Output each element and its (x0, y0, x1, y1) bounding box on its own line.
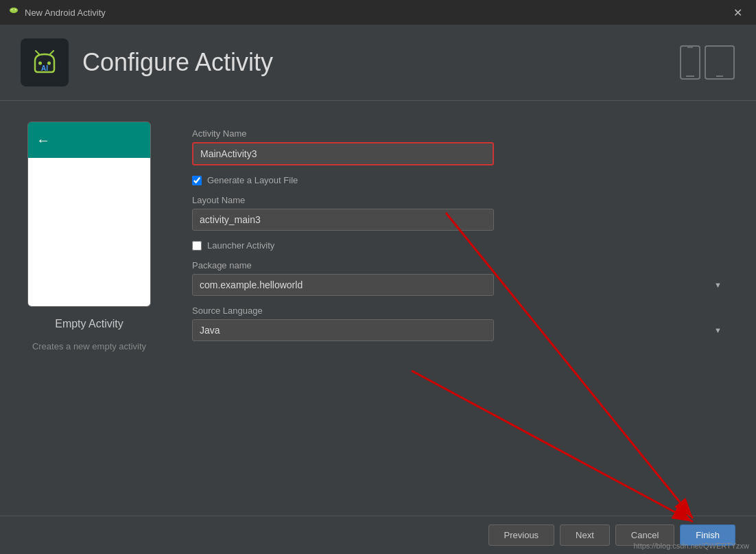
generate-layout-checkbox[interactable] (192, 176, 202, 185)
launcher-activity-checkbox[interactable] (192, 241, 202, 251)
watermark: https://blog.csdn.net/QWERTYzxw (633, 542, 749, 550)
header: AI Configure Activity (0, 25, 756, 101)
layout-name-label: Layout Name (192, 195, 729, 205)
svg-point-1 (12, 9, 13, 10)
source-language-select-wrapper: Java Kotlin (192, 319, 729, 341)
android-logo: AI (21, 38, 69, 86)
preview-area: ← Empty Activity Creates a new empty act… (27, 122, 151, 495)
launcher-activity-row: Launcher Activity (192, 240, 729, 251)
phone-mockup: ← (27, 122, 151, 307)
phone-top-bar: ← (28, 122, 150, 158)
back-arrow-icon: ← (36, 132, 50, 148)
device-icons (679, 45, 735, 80)
activity-name-label: Activity Name (192, 128, 729, 139)
preview-label: Empty Activity (55, 318, 123, 330)
svg-line-5 (36, 51, 39, 54)
package-name-group: Package name com.example.helloworld (192, 260, 729, 296)
generate-layout-label: Generate a Layout File (207, 175, 298, 185)
form-area: Activity Name Generate a Layout File Lay… (192, 122, 729, 495)
previous-button[interactable]: Previous (488, 524, 555, 546)
svg-rect-11 (705, 46, 734, 79)
activity-name-group: Activity Name (192, 128, 729, 165)
title-bar: New Android Activity ✕ (0, 0, 756, 25)
window: New Android Activity ✕ AI (0, 0, 756, 554)
layout-name-group: Layout Name (192, 195, 729, 231)
window-title: New Android Activity (25, 8, 106, 18)
close-button[interactable]: ✕ (728, 3, 748, 22)
svg-text:AI: AI (41, 65, 48, 72)
package-name-select-wrapper: com.example.helloworld (192, 274, 729, 296)
preview-description: Creates a new empty activity (32, 341, 146, 351)
svg-rect-8 (681, 46, 700, 79)
page-title: Configure Activity (82, 48, 273, 77)
svg-point-0 (10, 8, 18, 13)
svg-point-2 (15, 9, 16, 10)
phone-body (28, 158, 150, 306)
layout-name-input[interactable] (192, 209, 494, 231)
source-language-group: Source Language Java Kotlin (192, 305, 729, 341)
android-title-icon (8, 7, 19, 18)
source-language-label: Source Language (192, 305, 729, 316)
title-bar-left: New Android Activity (8, 7, 106, 18)
tablet-icon (704, 45, 735, 80)
svg-line-6 (50, 51, 54, 54)
package-name-label: Package name (192, 260, 729, 270)
content-area: ← Empty Activity Creates a new empty act… (0, 101, 756, 516)
activity-name-input[interactable] (192, 142, 494, 165)
launcher-activity-label: Launcher Activity (207, 240, 274, 251)
package-name-select[interactable]: com.example.helloworld (192, 274, 494, 296)
source-language-select[interactable]: Java Kotlin (192, 319, 494, 341)
phone-icon (679, 45, 701, 80)
header-left: AI Configure Activity (21, 38, 273, 86)
generate-layout-row: Generate a Layout File (192, 175, 729, 185)
next-button[interactable]: Next (560, 524, 610, 546)
android-studio-icon: AI (28, 46, 61, 79)
